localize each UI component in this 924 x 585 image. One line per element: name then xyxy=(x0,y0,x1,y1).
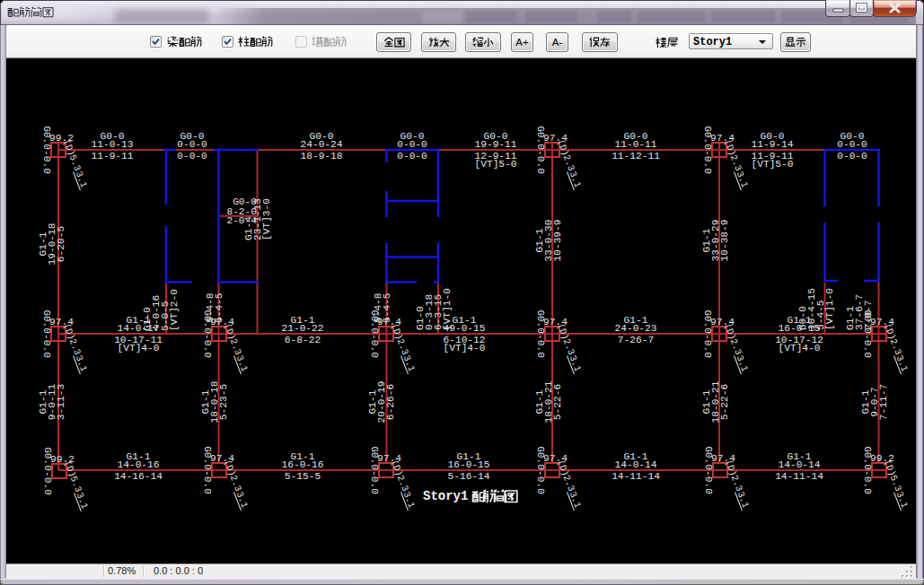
svg-text:[VT]4-0: [VT]4-0 xyxy=(444,343,486,354)
svg-text:0-0-0: 0-0-0 xyxy=(837,139,867,150)
svg-text:3.1: 3.1 xyxy=(568,491,583,510)
svg-text:3.1: 3.1 xyxy=(75,492,90,511)
svg-text:14-0-14: 14-0-14 xyxy=(779,459,821,470)
svg-text:3.1: 3.1 xyxy=(234,354,250,373)
svg-text:(D)5.3: (D)5.3 xyxy=(882,458,902,493)
svg-text:16-0-15: 16-0-15 xyxy=(448,459,490,470)
svg-text:14-0-14: 14-0-14 xyxy=(615,459,657,470)
svg-text:14-16-14: 14-16-14 xyxy=(114,471,163,482)
svg-text:5-16-14: 5-16-14 xyxy=(448,471,490,482)
svg-text:3.1: 3.1 xyxy=(74,354,89,373)
svg-text:[VT]2-0: [VT]2-0 xyxy=(169,289,180,331)
svg-text:3.1: 3.1 xyxy=(894,354,910,373)
svg-text:3.1: 3.1 xyxy=(401,491,417,510)
svg-text:11-9-14: 11-9-14 xyxy=(752,139,794,150)
svg-text:(D)2.3: (D)2.3 xyxy=(389,458,409,493)
svg-text:24-0-23: 24-0-23 xyxy=(615,323,657,334)
svg-text:3.1: 3.1 xyxy=(735,170,750,189)
svg-text:3.1: 3.1 xyxy=(74,170,89,189)
svg-text:21-0-22: 21-0-22 xyxy=(282,323,324,334)
svg-text:[VT]4-0: [VT]4-0 xyxy=(118,343,160,354)
svg-text:[VT]5-0: [VT]5-0 xyxy=(475,159,517,170)
svg-text:(D)2.3: (D)2.3 xyxy=(61,322,82,356)
svg-text:[VT]4-0: [VT]4-0 xyxy=(779,343,821,354)
svg-text:0-0-0: 0-0-0 xyxy=(177,151,207,162)
svg-text:0-0-0: 0-0-0 xyxy=(177,139,207,150)
svg-text:5-22-6: 5-22-6 xyxy=(719,384,730,420)
svg-text:5-15-5: 5-15-5 xyxy=(285,471,321,482)
svg-text:(D)2.3: (D)2.3 xyxy=(222,458,242,493)
svg-text:(D)2.3: (D)2.3 xyxy=(722,138,743,172)
svg-text:14-0-16: 14-0-16 xyxy=(118,459,160,470)
svg-text:5-23-5: 5-23-5 xyxy=(218,384,229,420)
svg-text:7-11-7: 7-11-7 xyxy=(878,384,889,420)
svg-text:3.1: 3.1 xyxy=(568,170,583,189)
svg-text:11-9-11: 11-9-11 xyxy=(92,151,134,162)
svg-text:(D)2.3: (D)2.3 xyxy=(555,322,576,356)
svg-text:19-9-11: 19-9-11 xyxy=(475,139,517,150)
svg-text:6-20-5: 6-20-5 xyxy=(56,226,66,262)
svg-text:(D)2.3: (D)2.3 xyxy=(555,138,576,172)
svg-text:(D)2.3: (D)2.3 xyxy=(389,322,409,356)
svg-text:0-0-0: 0-0-0 xyxy=(397,151,427,162)
svg-text:14-11-14: 14-11-14 xyxy=(775,471,823,482)
svg-text:10-39-9: 10-39-9 xyxy=(552,220,563,262)
svg-text:11-12-11: 11-12-11 xyxy=(612,151,660,162)
svg-text:[VT]5-0: [VT]5-0 xyxy=(752,159,794,170)
svg-text:0-0-0: 0-0-0 xyxy=(837,151,867,162)
svg-text:7-26-7: 7-26-7 xyxy=(618,335,654,345)
svg-text:Story1: Story1 xyxy=(423,489,468,503)
svg-text:(D)2.3: (D)2.3 xyxy=(222,322,242,356)
svg-text:(D)5.3: (D)5.3 xyxy=(62,459,83,493)
svg-text:3-11-3: 3-11-3 xyxy=(56,384,66,420)
svg-text:18-9-18: 18-9-18 xyxy=(301,151,343,162)
svg-text:[VT]1-0: [VT]1-0 xyxy=(824,288,835,330)
svg-text:(D)5.3: (D)5.3 xyxy=(61,138,82,172)
svg-text:6-8-22: 6-8-22 xyxy=(285,335,321,345)
svg-text:3.1: 3.1 xyxy=(401,354,417,373)
svg-text:0-0-0: 0-0-0 xyxy=(397,139,427,150)
svg-text:3.1: 3.1 xyxy=(234,491,250,510)
svg-text:11-0-13: 11-0-13 xyxy=(92,139,134,150)
svg-text:3.1: 3.1 xyxy=(735,491,751,510)
svg-text:6-26-6: 6-26-6 xyxy=(385,384,396,420)
svg-text:11-0-11: 11-0-11 xyxy=(615,139,657,150)
svg-text:[VT]1-0: [VT]1-0 xyxy=(442,288,453,330)
svg-text:(D)2.3: (D)2.3 xyxy=(882,322,902,356)
svg-text:3.1: 3.1 xyxy=(568,354,583,373)
svg-text:16-0-16: 16-0-16 xyxy=(282,459,324,470)
svg-text:24-0-24: 24-0-24 xyxy=(301,139,343,150)
svg-text:3.1: 3.1 xyxy=(735,354,750,373)
svg-text:5-22-6: 5-22-6 xyxy=(552,384,563,420)
svg-text:10-38-9: 10-38-9 xyxy=(719,220,730,262)
svg-text:14-11-14: 14-11-14 xyxy=(612,471,660,482)
svg-text:[VT]3-0: [VT]3-0 xyxy=(261,198,272,240)
svg-text:(D)2.3: (D)2.3 xyxy=(555,458,576,493)
svg-text:(D)2.3: (D)2.3 xyxy=(723,458,744,493)
svg-text:(D)2.3: (D)2.3 xyxy=(722,322,743,356)
svg-text:3.1: 3.1 xyxy=(894,491,910,510)
